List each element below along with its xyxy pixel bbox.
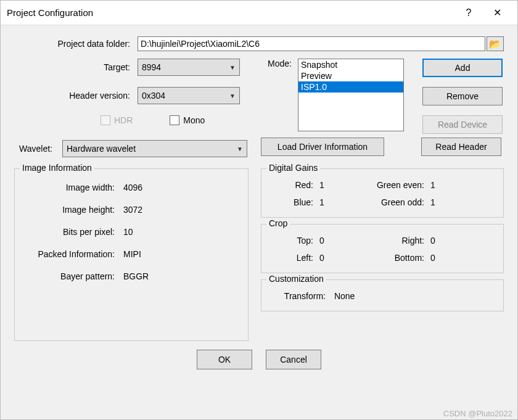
transform-value: None bbox=[334, 291, 355, 301]
lower-section: Image Information Image width: 4096 Imag… bbox=[14, 168, 504, 347]
mode-label: Mode: bbox=[261, 59, 298, 68]
header-version-value: 0x304 bbox=[142, 91, 165, 101]
read-header-button[interactable]: Read Header bbox=[421, 138, 501, 156]
customization-legend: Customization bbox=[266, 274, 326, 284]
browse-folder-button[interactable]: 📂 bbox=[487, 36, 504, 51]
mode-listbox[interactable]: Snapshot Preview ISP1.0 bbox=[298, 59, 404, 131]
image-height-label: Image height: bbox=[25, 205, 123, 215]
image-info-legend: Image Information bbox=[20, 163, 94, 173]
watermark: CSDN @Pluto2022 bbox=[443, 409, 512, 418]
cancel-button[interactable]: Cancel bbox=[266, 350, 321, 369]
help-button[interactable]: ? bbox=[454, 4, 483, 22]
titlebar: Project Configuration ? ✕ bbox=[1, 1, 517, 25]
crop-bottom-label: Bottom: bbox=[356, 253, 430, 263]
folder-open-icon: 📂 bbox=[489, 38, 501, 50]
target-combo[interactable]: 8994 ▼ bbox=[138, 59, 240, 76]
header-version-label: Header version: bbox=[14, 91, 138, 101]
crop-right-label: Right: bbox=[356, 236, 430, 245]
mode-item[interactable]: Snapshot bbox=[298, 59, 403, 70]
mode-item[interactable]: ISP1.0 bbox=[298, 81, 403, 93]
content-area: Project data folder: 📂 Target: 8994 ▼ He… bbox=[1, 25, 517, 374]
target-label: Target: bbox=[14, 62, 138, 72]
project-folder-row: Project data folder: 📂 bbox=[14, 36, 504, 51]
bpp-label: Bits per pixel: bbox=[25, 227, 123, 237]
image-width-value: 4096 bbox=[123, 183, 238, 192]
checkbox-box-icon bbox=[101, 115, 110, 125]
mid-section: Target: 8994 ▼ Header version: 0x304 ▼ bbox=[14, 59, 504, 136]
red-value: 1 bbox=[319, 180, 356, 190]
ok-button[interactable]: OK bbox=[197, 350, 252, 369]
green-odd-value: 1 bbox=[430, 197, 455, 207]
crop-right-value: 0 bbox=[430, 236, 455, 245]
hdr-checkbox: HDR bbox=[101, 115, 133, 125]
red-label: Red: bbox=[270, 180, 319, 190]
chevron-down-icon: ▼ bbox=[229, 64, 236, 71]
wavelet-row: Wavelet: Hardware wavelet ▼ Load Driver … bbox=[14, 136, 504, 157]
crop-left-label: Left: bbox=[270, 253, 319, 263]
bayer-label: Bayer pattern: bbox=[25, 271, 123, 281]
digital-gains-legend: Digital Gains bbox=[266, 163, 320, 173]
blue-label: Blue: bbox=[270, 197, 319, 207]
project-folder-label: Project data folder: bbox=[14, 39, 138, 49]
wavelet-value: Hardware wavelet bbox=[67, 144, 136, 154]
image-info-group: Image Information Image width: 4096 Imag… bbox=[14, 168, 249, 341]
mid-left-column: Target: 8994 ▼ Header version: 0x304 ▼ bbox=[14, 59, 261, 136]
digital-gains-group: Digital Gains Red: 1 Green even: 1 Blue:… bbox=[261, 168, 504, 218]
remove-button[interactable]: Remove bbox=[422, 87, 503, 105]
image-width-label: Image width: bbox=[25, 183, 123, 192]
packed-label: Packed Information: bbox=[25, 249, 123, 259]
transform-label: Transform: bbox=[270, 291, 332, 301]
crop-top-label: Top: bbox=[270, 236, 319, 245]
dialog-footer: OK Cancel bbox=[14, 350, 504, 369]
target-value: 8994 bbox=[142, 62, 161, 72]
hdr-label: HDR bbox=[114, 115, 133, 125]
crop-top-value: 0 bbox=[319, 236, 356, 245]
customization-group: Customization Transform: None bbox=[261, 279, 504, 311]
header-version-combo[interactable]: 0x304 ▼ bbox=[138, 87, 240, 104]
dialog-window: Project Configuration ? ✕ Project data f… bbox=[0, 0, 518, 420]
checkbox-box-icon bbox=[170, 115, 179, 125]
green-even-value: 1 bbox=[430, 180, 455, 190]
wavelet-label: Wavelet: bbox=[14, 144, 56, 154]
mono-checkbox[interactable]: Mono bbox=[170, 115, 205, 125]
wavelet-combo[interactable]: Hardware wavelet ▼ bbox=[62, 140, 247, 157]
bpp-value: 10 bbox=[123, 227, 238, 237]
add-button[interactable]: Add bbox=[422, 59, 503, 77]
window-title: Project Configuration bbox=[7, 7, 454, 18]
mode-column: Mode: Snapshot Preview ISP1.0 bbox=[261, 59, 404, 131]
mono-label: Mono bbox=[183, 115, 205, 125]
chevron-down-icon: ▼ bbox=[237, 146, 243, 152]
packed-value: MIPI bbox=[123, 249, 238, 259]
blue-value: 1 bbox=[319, 197, 356, 207]
load-driver-button[interactable]: Load Driver Information bbox=[261, 138, 384, 156]
mode-item[interactable]: Preview bbox=[298, 70, 403, 81]
chevron-down-icon: ▼ bbox=[229, 93, 236, 99]
image-height-value: 3072 bbox=[123, 205, 238, 215]
crop-legend: Crop bbox=[266, 218, 290, 228]
green-even-label: Green even: bbox=[356, 180, 430, 190]
read-device-button: Read Device bbox=[422, 115, 503, 134]
crop-bottom-value: 0 bbox=[430, 253, 455, 263]
project-folder-input[interactable] bbox=[138, 36, 485, 51]
crop-group: Crop Top: 0 Right: 0 Left: 0 Bottom: 0 bbox=[261, 224, 504, 273]
close-button[interactable]: ✕ bbox=[483, 4, 511, 22]
green-odd-label: Green odd: bbox=[356, 197, 430, 207]
mode-buttons-column: Add Remove Read Device bbox=[422, 59, 503, 134]
bayer-value: BGGR bbox=[123, 271, 238, 281]
crop-left-value: 0 bbox=[319, 253, 356, 263]
